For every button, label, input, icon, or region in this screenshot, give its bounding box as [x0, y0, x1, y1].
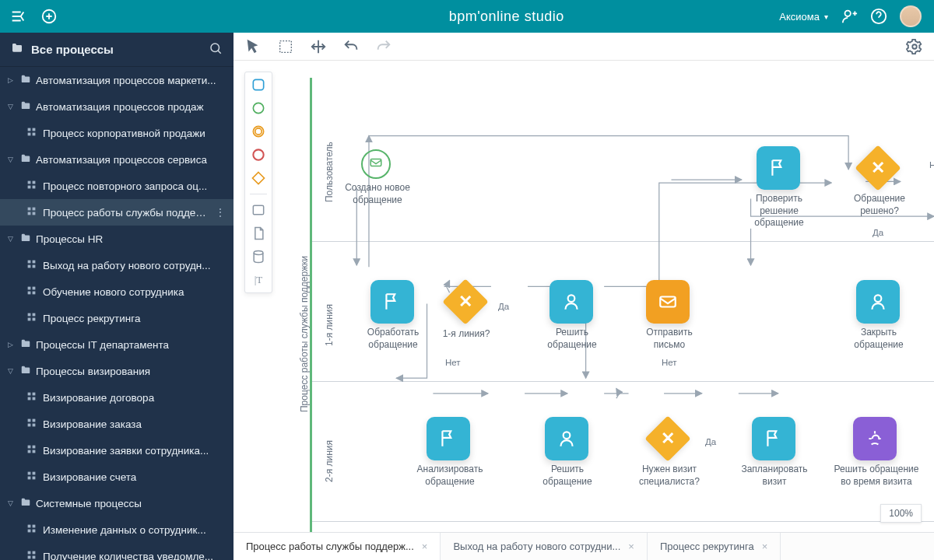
node-analyze[interactable]: [427, 417, 470, 460]
tree-item[interactable]: Визирование заявки сотрудника...: [0, 437, 234, 464]
svg-rect-45: [33, 525, 36, 528]
node-close-label: Закрыть обращение: [841, 327, 917, 351]
redo-icon[interactable]: [375, 38, 392, 55]
svg-rect-27: [33, 318, 36, 321]
close-icon[interactable]: ×: [762, 541, 768, 552]
tree-item[interactable]: Получение количества уведомле...: [0, 543, 234, 560]
svg-rect-42: [28, 477, 31, 480]
palette-document-icon[interactable]: [251, 226, 266, 241]
svg-rect-16: [28, 261, 31, 264]
undo-icon[interactable]: [342, 38, 360, 55]
gate-first-line[interactable]: ✕: [444, 280, 487, 324]
svg-rect-23: [33, 292, 36, 295]
tree-group[interactable]: ▽Автоматизация процессов сервиса: [0, 146, 234, 173]
svg-rect-10: [28, 186, 31, 189]
tree-group[interactable]: ▽Автоматизация процессов продаж: [0, 93, 234, 120]
app-title: bpm'online studio: [234, 9, 779, 25]
node-solve-1[interactable]: [550, 280, 593, 324]
gate-visit-label: Нужен визит специалиста?: [627, 464, 711, 488]
pan-tool-icon[interactable]: [310, 38, 327, 55]
gate-solved[interactable]: ✕: [856, 146, 900, 190]
palette-intermediate-event-icon[interactable]: [251, 100, 266, 116]
svg-point-62: [568, 295, 575, 302]
tree-item[interactable]: Процесс рекрутинга: [0, 305, 234, 331]
node-solve-visit[interactable]: [853, 417, 897, 460]
node-check[interactable]: [757, 146, 800, 190]
tab[interactable]: Процесс рекрутинга×: [648, 533, 781, 560]
settings-icon[interactable]: [906, 38, 923, 55]
svg-rect-61: [370, 159, 381, 166]
svg-rect-36: [28, 446, 31, 449]
svg-rect-52: [280, 40, 292, 52]
tree-group[interactable]: ▽Процессы визирования: [0, 358, 234, 384]
node-solve-2-label: Решить обращение: [529, 464, 606, 488]
svg-point-3: [211, 44, 219, 52]
svg-rect-44: [28, 525, 31, 528]
close-icon[interactable]: ×: [422, 541, 428, 552]
sidebar: Все процессы ▷Автоматизация процессов ма…: [0, 33, 234, 560]
svg-rect-50: [28, 556, 31, 559]
palette-end-event-icon[interactable]: [251, 147, 266, 163]
start-event[interactable]: [361, 149, 391, 179]
tree-item[interactable]: Визирование заказа: [0, 411, 234, 437]
tree-group[interactable]: ▽Процессы HR: [0, 226, 234, 252]
palette-text-icon[interactable]: |T: [251, 272, 266, 288]
svg-rect-40: [28, 472, 31, 475]
edge-label-no2: Нет: [662, 358, 677, 367]
palette-boundary-event-icon[interactable]: [251, 124, 266, 139]
lasso-tool-icon[interactable]: [277, 38, 294, 55]
tree-item[interactable]: Процесс повторного запроса оц...: [0, 173, 234, 199]
tree-group[interactable]: ▽Системные процессы: [0, 490, 234, 516]
palette-task-icon[interactable]: [251, 202, 266, 218]
canvas[interactable]: |T Процесс работы службы поддержки Польз…: [234, 61, 934, 532]
tree-item[interactable]: Выход на работу нового сотрудн...: [0, 252, 234, 278]
tree-item[interactable]: Обучение нового сотрудника: [0, 278, 234, 305]
svg-rect-31: [33, 397, 36, 401]
palette-start-event-icon[interactable]: [251, 77, 266, 93]
svg-rect-6: [28, 133, 31, 136]
tab[interactable]: Процесс работы службы поддерж...×: [234, 533, 441, 560]
palette-datastore-icon[interactable]: [251, 249, 266, 264]
svg-rect-12: [28, 208, 31, 211]
search-icon[interactable]: [209, 41, 223, 58]
svg-rect-19: [33, 265, 36, 268]
svg-point-65: [564, 432, 571, 439]
svg-rect-25: [33, 313, 36, 317]
svg-rect-17: [33, 261, 36, 264]
svg-rect-18: [28, 265, 31, 268]
svg-rect-32: [28, 419, 31, 422]
node-send-mail[interactable]: [646, 280, 690, 324]
pointer-tool-icon[interactable]: [244, 38, 262, 55]
user-menu[interactable]: Аксиома ▾: [779, 11, 828, 23]
node-check-label: Проверить решение обращение: [738, 193, 820, 229]
avatar[interactable]: [900, 5, 922, 27]
menu-collapse-icon[interactable]: [9, 8, 26, 25]
zoom-level[interactable]: 100%: [880, 504, 922, 523]
node-process-request[interactable]: [370, 280, 414, 324]
node-send-mail-label: Отправить письмо: [634, 327, 705, 351]
tree-item[interactable]: Визирование счета: [0, 464, 234, 490]
svg-point-58: [253, 149, 263, 159]
canvas-area: |T Процесс работы службы поддержки Польз…: [234, 33, 934, 560]
close-icon[interactable]: ×: [628, 541, 634, 552]
tree-item[interactable]: Процесс работы службы поддерж...⋮: [0, 199, 234, 226]
edge-label-no3: Н: [929, 160, 934, 170]
tree-item[interactable]: Изменение данных о сотрудник...: [0, 516, 234, 543]
add-icon[interactable]: [40, 8, 58, 25]
tree-group[interactable]: ▷Автоматизация процессов маркети...: [0, 67, 234, 93]
palette-gateway-icon[interactable]: [251, 170, 266, 186]
tree-group[interactable]: ▷Процессы IT департамента: [0, 331, 234, 358]
tree-item[interactable]: Процесс корпоративной продажи: [0, 120, 234, 146]
tab[interactable]: Выход на работу нового сотрудни...×: [441, 533, 647, 560]
help-icon[interactable]: [870, 8, 887, 25]
svg-rect-48: [28, 551, 31, 555]
tree-item[interactable]: Визирование договора: [0, 384, 234, 411]
node-plan-visit[interactable]: [752, 417, 795, 460]
invite-user-icon[interactable]: [841, 8, 858, 25]
user-name: Аксиома: [779, 11, 820, 23]
gate-visit[interactable]: ✕: [646, 417, 690, 460]
svg-point-55: [253, 103, 263, 113]
node-close[interactable]: [856, 280, 900, 324]
node-solve-2[interactable]: [545, 417, 588, 460]
svg-point-53: [912, 44, 917, 49]
